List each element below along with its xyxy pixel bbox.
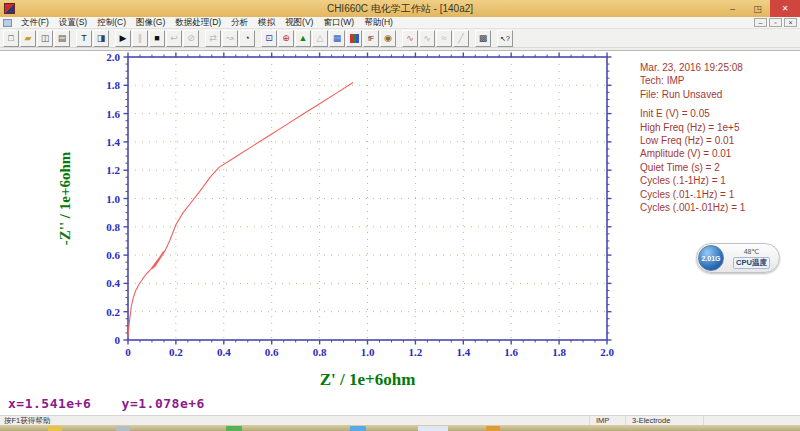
info-param-line: Cycles (.1-1Hz) = 1 bbox=[640, 174, 745, 187]
y-axis-title: -Z'' / 1e+6ohm bbox=[57, 151, 73, 245]
x-tick-label: 1.4 bbox=[456, 346, 470, 358]
info-params: Init E (V) = 0.05High Freq (Hz) = 1e+5Lo… bbox=[640, 107, 745, 214]
taskbar-item-4[interactable] bbox=[418, 426, 448, 431]
wave-red-button[interactable]: ∿ bbox=[402, 30, 418, 47]
ff-label-icon: fF bbox=[368, 35, 374, 42]
mdi-close-button[interactable]: × bbox=[784, 18, 797, 27]
taskbar-item-0[interactable] bbox=[48, 426, 62, 431]
experiment-info-panel: Mar. 23, 2016 19:25:08Tech: IMPFile: Run… bbox=[640, 61, 745, 214]
rotating-dial-button[interactable]: ◔ bbox=[239, 30, 255, 47]
color-bars-icon bbox=[350, 34, 359, 43]
open-file-button[interactable]: ▰ bbox=[20, 30, 36, 47]
document-icon bbox=[3, 19, 12, 27]
peak-find-icon: ▲ bbox=[299, 34, 308, 43]
copy-graph-icon: ◉ bbox=[384, 34, 392, 43]
peak-find-alt-icon: △ bbox=[317, 34, 324, 43]
cpu-monitor-gadget[interactable]: 2.01G 48℃ CPU温度 bbox=[696, 243, 780, 273]
menu-item-file[interactable]: 文件(F) bbox=[16, 17, 54, 29]
draw-line-button[interactable]: ╱ bbox=[453, 30, 469, 47]
mdi-restore-button[interactable]: ▫ bbox=[769, 18, 782, 27]
taskbar-item-5[interactable] bbox=[486, 426, 500, 431]
menu-item-setup[interactable]: 设置(S) bbox=[54, 17, 92, 29]
info-param-line: Cycles (.01-.1Hz) = 1 bbox=[640, 188, 745, 201]
menubar: 文件(F)设置(S)控制(C)图像(G)数据处理(D)分析模拟视图(V)窗口(W… bbox=[0, 17, 800, 29]
data-grid-button[interactable]: ▩ bbox=[475, 30, 491, 47]
copy-graph-button[interactable]: ◉ bbox=[380, 30, 396, 47]
titlebar: CHI660C 电化学工作站 - [140a2] – ◳ ✕ bbox=[0, 0, 800, 17]
run-experiment-button[interactable]: ▶ bbox=[115, 30, 131, 47]
x-tick-label: 0 bbox=[125, 346, 131, 358]
menu-item-sim[interactable]: 模拟 bbox=[253, 17, 280, 29]
close-button[interactable]: ✕ bbox=[770, 0, 800, 17]
ramp-signal-button[interactable]: ↝ bbox=[222, 30, 238, 47]
save-file-button[interactable]: ◫ bbox=[37, 30, 53, 47]
minimize-button[interactable]: – bbox=[720, 0, 745, 17]
menu-items: 文件(F)设置(S)控制(C)图像(G)数据处理(D)分析模拟视图(V)窗口(W… bbox=[16, 17, 398, 29]
data-grid-icon: ▩ bbox=[479, 34, 488, 43]
taskbar-item-3[interactable] bbox=[350, 426, 366, 431]
new-file-icon: □ bbox=[8, 34, 13, 43]
info-header-line: Tech: IMP bbox=[640, 74, 745, 87]
menu-item-control[interactable]: 控制(C) bbox=[92, 17, 131, 29]
menu-item-help[interactable]: 帮助(H) bbox=[359, 17, 398, 29]
cursor-readout: x=1.541e+6 y=1.078e+6 bbox=[8, 396, 205, 411]
window-controls: – ◳ ✕ bbox=[720, 0, 800, 17]
draw-line-icon: ╱ bbox=[458, 34, 463, 43]
color-bars-button[interactable] bbox=[346, 30, 362, 47]
reverse-scan-button[interactable]: ↩ bbox=[166, 30, 182, 47]
stop-experiment-icon: ■ bbox=[154, 34, 159, 43]
text-tool-button[interactable]: T bbox=[76, 30, 92, 47]
restore-button[interactable]: ◳ bbox=[745, 0, 770, 17]
context-help-button[interactable]: ↖? bbox=[497, 30, 513, 47]
wave-red-icon: ∿ bbox=[406, 34, 414, 43]
wave-fit-button[interactable]: ≈ bbox=[436, 30, 452, 47]
save-file-icon: ◫ bbox=[41, 34, 50, 43]
info-header-line: Mar. 23, 2016 19:25:08 bbox=[640, 61, 745, 74]
y-tick-label: 1.4 bbox=[106, 136, 120, 148]
info-header-line: File: Run Unsaved bbox=[640, 88, 745, 101]
taskbar-item-2[interactable] bbox=[226, 426, 242, 431]
text-tool-icon: T bbox=[81, 34, 87, 43]
menu-item-dataproc[interactable]: 数据处理(D) bbox=[170, 17, 226, 29]
menu-item-window[interactable]: 窗口(W) bbox=[318, 17, 359, 29]
taskbar-item-1[interactable] bbox=[116, 426, 130, 431]
stop-experiment-button[interactable]: ■ bbox=[149, 30, 165, 47]
peak-find-button[interactable]: ▲ bbox=[295, 30, 311, 47]
print-button[interactable]: ▤ bbox=[54, 30, 70, 47]
status-electrode-mode: 3-Electrode bbox=[625, 416, 703, 425]
print-icon: ▤ bbox=[58, 34, 67, 43]
cancel-run-icon: ⊘ bbox=[187, 34, 195, 43]
overlay-plots-button[interactable]: ▦ bbox=[329, 30, 345, 47]
menu-item-analysis[interactable]: 分析 bbox=[226, 17, 253, 29]
pause-experiment-icon: ∥ bbox=[138, 34, 143, 43]
window-layout-button[interactable]: ◨ bbox=[93, 30, 109, 47]
y-tick-label: 1.2 bbox=[106, 164, 120, 176]
mdi-minimize-button[interactable]: – bbox=[754, 18, 767, 27]
step-arrows-button[interactable]: ⇄ bbox=[205, 30, 221, 47]
data-plot-button[interactable]: ⊡ bbox=[261, 30, 277, 47]
x-tick-label: 2.0 bbox=[600, 346, 614, 358]
info-param-line: Low Freq (Hz) = 0.01 bbox=[640, 134, 745, 147]
wave-gray-button[interactable]: ∿ bbox=[419, 30, 435, 47]
y-tick-label: 1.0 bbox=[106, 193, 120, 205]
nyquist-plot[interactable]: 000.20.20.40.40.60.60.80.81.01.01.21.21.… bbox=[0, 51, 620, 397]
pause-experiment-button[interactable]: ∥ bbox=[132, 30, 148, 47]
mdi-window-controls: – ▫ × bbox=[754, 18, 800, 27]
ff-label-button[interactable]: fF bbox=[363, 30, 379, 47]
cpu-temp-label: CPU温度 bbox=[733, 257, 770, 269]
cursor-x-value: x=1.541e+6 bbox=[8, 396, 91, 411]
x-tick-label: 1.0 bbox=[361, 346, 375, 358]
y-tick-label: 1.6 bbox=[106, 108, 120, 120]
wave-gray-icon: ∿ bbox=[423, 34, 431, 43]
peak-find-alt-button[interactable]: △ bbox=[312, 30, 328, 47]
x-tick-label: 0.4 bbox=[217, 346, 231, 358]
zoom-in-button[interactable]: ⊕ bbox=[278, 30, 294, 47]
y-tick-label: 0.6 bbox=[106, 249, 120, 261]
plot-client-area: 000.20.20.40.40.60.60.80.81.01.01.21.21.… bbox=[0, 51, 800, 415]
menu-item-graphics[interactable]: 图像(G) bbox=[131, 17, 170, 29]
new-file-button[interactable]: □ bbox=[3, 30, 19, 47]
status-technique: IMP bbox=[589, 416, 625, 425]
menu-item-view[interactable]: 视图(V) bbox=[280, 17, 318, 29]
y-tick-label: 0.4 bbox=[106, 277, 120, 289]
cancel-run-button[interactable]: ⊘ bbox=[183, 30, 199, 47]
